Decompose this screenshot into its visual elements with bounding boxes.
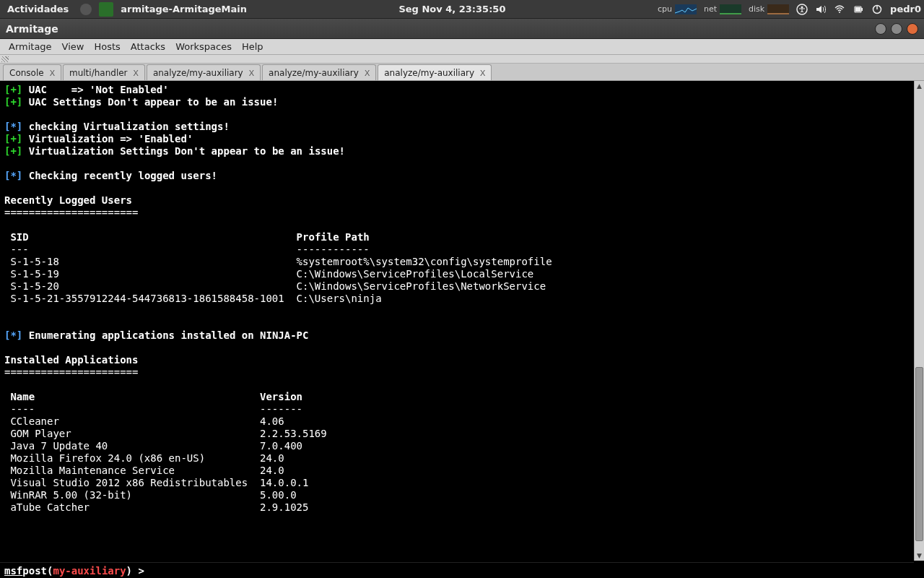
prompt-post: ) > (126, 565, 144, 577)
cpu-indicator[interactable]: cpu (658, 4, 697, 14)
gnome-topbar: Actividades armitage-ArmitageMain Seg No… (0, 0, 924, 19)
console-input[interactable]: msf post(my-auxiliary) > (0, 562, 914, 578)
tab-close-icon[interactable]: X (48, 69, 56, 77)
tab-close-icon[interactable]: X (479, 69, 487, 77)
scroll-track[interactable] (915, 91, 924, 551)
console-panel: [+] UAC => 'Not Enabled' [+] UAC Setting… (0, 81, 924, 578)
tab-close-icon[interactable]: X (363, 69, 371, 77)
tab-label: multi/handler (69, 68, 128, 78)
accessibility-icon[interactable] (796, 4, 808, 15)
window-titlebar: Armitage (0, 19, 924, 39)
user-menu[interactable]: pedr0 (890, 4, 921, 14)
tab-label: Console (9, 68, 44, 78)
tab-label: analyze/my-auxiliary (384, 68, 474, 78)
tab-4[interactable]: analyze/my-auxiliaryX (378, 64, 492, 80)
tab-close-icon[interactable]: X (248, 69, 256, 77)
svg-rect-1 (720, 4, 741, 14)
svg-rect-2 (767, 4, 789, 14)
cpu-chart-icon (675, 4, 697, 14)
console-output[interactable]: [+] UAC => 'Not Enabled' [+] UAC Setting… (0, 81, 914, 561)
minimize-button[interactable] (875, 23, 886, 35)
menu-hosts[interactable]: Hosts (90, 40, 124, 53)
tabstrip: ConsoleXmulti/handlerXanalyze/my-auxilia… (0, 64, 924, 81)
ubuntu-icon[interactable] (80, 4, 92, 15)
svg-point-4 (801, 6, 803, 8)
tab-1[interactable]: multi/handlerX (63, 64, 145, 80)
pane-grip[interactable] (0, 55, 924, 64)
tab-0[interactable]: ConsoleX (3, 64, 61, 80)
svg-rect-0 (675, 4, 697, 14)
close-button[interactable] (907, 23, 918, 35)
menubar: Armitage View Hosts Attacks Workspaces H… (0, 39, 924, 55)
svg-rect-8 (861, 8, 863, 11)
prompt-pre: post( (22, 565, 53, 577)
app-title[interactable]: armitage-ArmitageMain (121, 4, 247, 14)
disk-indicator[interactable]: disk (749, 4, 789, 14)
tab-label: analyze/my-auxiliary (153, 68, 243, 78)
tab-close-icon[interactable]: X (132, 69, 140, 77)
svg-point-5 (839, 12, 840, 13)
menu-view[interactable]: View (58, 40, 89, 53)
power-icon[interactable] (871, 4, 883, 15)
net-chart-icon (720, 4, 741, 14)
maximize-button[interactable] (891, 23, 902, 35)
battery-icon[interactable] (853, 4, 864, 15)
activities-button[interactable]: Actividades (3, 4, 73, 14)
volume-icon[interactable] (815, 4, 827, 15)
tab-3[interactable]: analyze/my-auxiliaryX (262, 64, 376, 80)
tab-label: analyze/my-auxiliary (269, 68, 359, 78)
menu-attacks[interactable]: Attacks (126, 40, 170, 53)
clock[interactable]: Seg Nov 4, 23:35:50 (253, 4, 652, 14)
scroll-down-arrow-icon[interactable]: ▼ (915, 551, 924, 561)
menu-armitage[interactable]: Armitage (4, 40, 56, 53)
prompt-msf: msf (4, 565, 22, 577)
menu-workspaces[interactable]: Workspaces (171, 40, 236, 53)
window-title: Armitage (6, 23, 58, 35)
scroll-thumb[interactable] (915, 367, 923, 542)
disk-chart-icon (767, 4, 789, 14)
net-indicator[interactable]: net (704, 4, 741, 14)
menu-help[interactable]: Help (237, 40, 268, 53)
app-icon[interactable] (99, 2, 113, 17)
vertical-scrollbar[interactable]: ▲ ▼ (914, 81, 924, 561)
tab-2[interactable]: analyze/my-auxiliaryX (147, 64, 261, 80)
scroll-up-arrow-icon[interactable]: ▲ (915, 81, 924, 91)
wifi-icon[interactable] (834, 4, 845, 15)
prompt-module: my-auxiliary (53, 565, 126, 577)
svg-rect-7 (855, 7, 860, 12)
